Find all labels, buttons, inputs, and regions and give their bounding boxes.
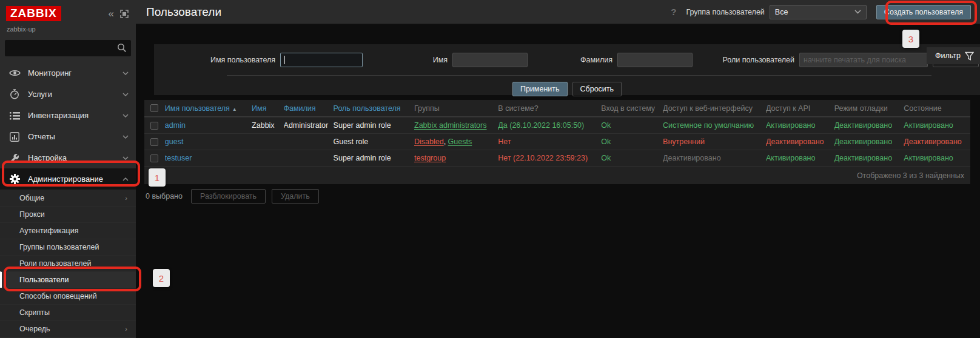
login-cell: Ok bbox=[601, 121, 663, 130]
search-icon[interactable] bbox=[117, 43, 127, 53]
table-row-guest: guest Guest role Disabled, Guests Нет Ok… bbox=[144, 133, 970, 150]
roles-filter-input[interactable] bbox=[799, 53, 928, 67]
sort-asc-icon: ▲ bbox=[232, 107, 237, 112]
funnel-icon bbox=[965, 51, 974, 61]
submenu-item-user-roles[interactable]: Роли пользователей bbox=[0, 255, 136, 271]
sidebar-search-input[interactable] bbox=[5, 40, 131, 56]
table-row-admin: admin Zabbix Administrator Super admin r… bbox=[144, 117, 970, 133]
username-link[interactable]: testuser bbox=[165, 154, 192, 162]
login-cell: Ok bbox=[601, 154, 663, 162]
chevron-down-icon bbox=[122, 135, 129, 139]
annotation-step-3: 3 bbox=[902, 30, 919, 48]
username-link[interactable]: guest bbox=[165, 138, 184, 146]
table-row-testuser: testuser Super admin role testgroup Нет … bbox=[144, 150, 970, 166]
debug-link[interactable]: Деактивировано bbox=[834, 138, 893, 146]
chevron-down-icon bbox=[122, 71, 129, 75]
status-link[interactable]: Деактивировано bbox=[904, 138, 962, 146]
action-bar: 0 выбрано Разблокировать Удалить bbox=[146, 189, 980, 204]
page-title: Пользователи bbox=[136, 5, 671, 19]
web-access-link[interactable]: Внутренний bbox=[663, 138, 705, 146]
sort-username-header[interactable]: Имя пользователя bbox=[165, 104, 230, 113]
name-cell: Zabbix bbox=[252, 121, 283, 130]
row-checkbox[interactable] bbox=[150, 154, 158, 162]
sort-name-header[interactable]: Имя bbox=[252, 104, 266, 113]
api-access-link[interactable]: Активировано bbox=[766, 121, 816, 130]
online-header: В системе? bbox=[498, 104, 601, 113]
expand-window-icon[interactable] bbox=[120, 10, 129, 18]
delete-button[interactable]: Удалить bbox=[272, 189, 319, 204]
debug-link[interactable]: Деактивировано bbox=[834, 154, 893, 162]
chevron-down-icon bbox=[854, 10, 861, 14]
sort-surname-header[interactable]: Фамилия bbox=[284, 104, 316, 113]
submenu-item-users[interactable]: Пользователи bbox=[0, 271, 136, 288]
sidebar-item-services[interactable]: Услуги bbox=[0, 84, 136, 105]
submenu-item-authentication[interactable]: Аутентификация bbox=[0, 222, 136, 239]
group-link[interactable]: testgroup bbox=[414, 154, 446, 162]
submenu-item-general[interactable]: Общие› bbox=[0, 190, 136, 206]
gear-icon bbox=[8, 174, 21, 185]
create-user-button[interactable]: Создать пользователя bbox=[876, 5, 971, 19]
status-header: Состояние bbox=[904, 104, 970, 113]
chevron-down-icon bbox=[122, 156, 129, 160]
username-filter-input[interactable] bbox=[280, 53, 363, 67]
sidebar-item-inventory[interactable]: Инвентаризация bbox=[0, 105, 136, 126]
web-access-link[interactable]: Системное по умолчанию bbox=[663, 121, 754, 130]
filter-panel: Имя пользователя Имя Фамилия Роли пользо… bbox=[154, 44, 980, 95]
page-header: Пользователи ? Группа пользователей Все … bbox=[136, 0, 980, 24]
zabbix-logo[interactable]: ZABBIX bbox=[6, 6, 61, 21]
submenu-item-queue[interactable]: Очередь› bbox=[0, 320, 136, 337]
surname-cell: Administrator bbox=[284, 121, 334, 130]
debug-header: Режим отладки bbox=[834, 104, 904, 113]
users-table: Имя пользователя▲ Имя Фамилия Роль польз… bbox=[144, 100, 970, 184]
submenu-item-proxies[interactable]: Прокси bbox=[0, 206, 136, 222]
user-group-select[interactable]: Все bbox=[770, 5, 867, 19]
username-link[interactable]: admin bbox=[165, 121, 186, 130]
help-icon[interactable]: ? bbox=[671, 7, 676, 17]
role-cell: Super admin role bbox=[334, 121, 414, 130]
submenu-item-media-types[interactable]: Способы оповещений bbox=[0, 288, 136, 304]
group-link[interactable]: Zabbix administrators bbox=[414, 121, 487, 130]
roles-filter-label: Роли пользователей bbox=[716, 56, 794, 64]
web-access-text: Деактивировано bbox=[663, 154, 721, 162]
sidebar: ZABBIX « zabbix-up Мониторинг Услуги bbox=[0, 0, 136, 338]
bar-chart-icon bbox=[8, 131, 21, 142]
login-cell: Ok bbox=[601, 138, 663, 146]
submenu-item-scripts[interactable]: Скрипты bbox=[0, 304, 136, 320]
status-link[interactable]: Активировано bbox=[904, 121, 953, 130]
collapse-sidebar-icon[interactable]: « bbox=[109, 8, 114, 19]
chevron-right-icon: › bbox=[125, 325, 127, 333]
list-icon bbox=[8, 110, 21, 121]
debug-link[interactable]: Деактивировано bbox=[834, 121, 893, 130]
sort-role-header[interactable]: Роль пользователя bbox=[334, 104, 401, 113]
online-cell: Нет (22.10.2022 23:59:23) bbox=[498, 154, 601, 162]
name-filter-input[interactable] bbox=[452, 53, 528, 67]
annotation-step-2: 2 bbox=[153, 269, 170, 287]
surname-filter-input[interactable] bbox=[617, 53, 693, 67]
api-access-link[interactable]: Активировано bbox=[766, 154, 816, 162]
login-header: Вход в систему bbox=[601, 104, 663, 113]
chevron-right-icon: › bbox=[125, 194, 127, 202]
sidebar-item-monitoring[interactable]: Мониторинг bbox=[0, 62, 136, 84]
select-all-checkbox[interactable] bbox=[150, 104, 158, 112]
annotation-step-1: 1 bbox=[149, 168, 166, 187]
group-link[interactable]: Disabled bbox=[414, 138, 444, 146]
chevron-down-icon bbox=[122, 93, 129, 96]
sidebar-item-configuration[interactable]: Настройка bbox=[0, 147, 136, 168]
api-access-link[interactable]: Деактивировано bbox=[766, 138, 824, 146]
role-cell: Guest role bbox=[334, 138, 414, 146]
selected-count: 0 выбрано bbox=[146, 192, 183, 200]
sidebar-item-reports[interactable]: Отчеты bbox=[0, 126, 136, 147]
filter-tab[interactable]: Фильтр bbox=[927, 47, 980, 64]
online-cell: Нет bbox=[498, 138, 601, 146]
row-checkbox[interactable] bbox=[150, 138, 158, 146]
unblock-button[interactable]: Разблокировать bbox=[191, 189, 266, 204]
submenu-item-user-groups[interactable]: Группы пользователей bbox=[0, 239, 136, 255]
row-checkbox[interactable] bbox=[150, 122, 158, 130]
surname-filter-label: Фамилия bbox=[558, 56, 612, 64]
apply-button[interactable]: Применить bbox=[512, 82, 568, 96]
sidebar-item-administration[interactable]: Администрирование bbox=[0, 168, 136, 190]
eye-icon bbox=[8, 68, 21, 79]
group-link[interactable]: Guests bbox=[448, 138, 472, 146]
status-link[interactable]: Активировано bbox=[904, 154, 953, 162]
reset-button[interactable]: Сбросить bbox=[572, 82, 622, 96]
